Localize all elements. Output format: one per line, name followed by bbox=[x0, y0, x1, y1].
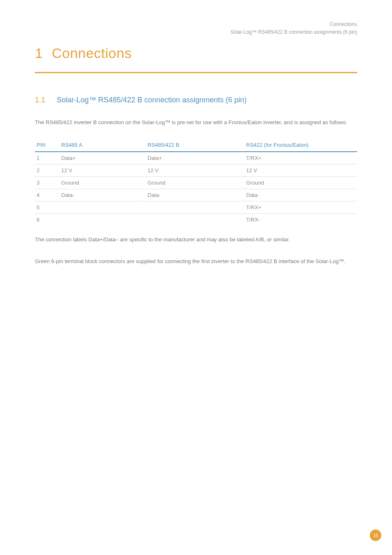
note-paragraph-2: Green 6-pin terminal block connectors ar… bbox=[35, 257, 357, 267]
table-row: 4 Data- Data- Data- bbox=[35, 189, 357, 201]
table-row: 3 Ground Ground Ground bbox=[35, 177, 357, 189]
chapter-number: 1 bbox=[35, 45, 43, 61]
cell-a: 12 V bbox=[60, 164, 146, 177]
running-head: Connections Solar-Log™ RS485/422 B conne… bbox=[35, 21, 357, 36]
header-rs485a: RS485 A bbox=[60, 139, 146, 152]
chapter-title: Connections bbox=[52, 45, 132, 61]
cell-pin: 1 bbox=[35, 152, 60, 164]
cell-b: Ground bbox=[146, 177, 244, 189]
cell-b: Data- bbox=[146, 189, 244, 201]
cell-pin: 6 bbox=[35, 214, 60, 226]
pin-assignment-table: PIN RS485 A RS485/422 B RS422 (for Froni… bbox=[35, 139, 357, 226]
cell-c: Data- bbox=[244, 189, 357, 201]
note-paragraph-1: The connection labels Data+/Data– are sp… bbox=[35, 235, 357, 245]
intro-paragraph: The RS485/422 inverter B connection on t… bbox=[35, 118, 357, 128]
header-pin: PIN bbox=[35, 139, 60, 152]
table-row: 2 12 V 12 V 12 V bbox=[35, 164, 357, 177]
cell-pin: 4 bbox=[35, 189, 60, 201]
table-row: 6 T/RX- bbox=[35, 214, 357, 226]
cell-a: Ground bbox=[60, 177, 146, 189]
table-row: 1 Data+ Data+ T/RX+ bbox=[35, 152, 357, 164]
section-number: 1.1 bbox=[35, 96, 45, 104]
header-rs422: RS422 (for Fronius/Eaton) bbox=[244, 139, 357, 152]
cell-pin: 5 bbox=[35, 201, 60, 214]
table-body: 1 Data+ Data+ T/RX+ 2 12 V 12 V 12 V 3 G… bbox=[35, 152, 357, 226]
cell-c: T/RX+ bbox=[244, 201, 357, 214]
cell-b bbox=[146, 214, 244, 226]
page-number: 15 bbox=[373, 533, 378, 538]
table-header-row: PIN RS485 A RS485/422 B RS422 (for Froni… bbox=[35, 139, 357, 152]
cell-a: Data+ bbox=[60, 152, 146, 164]
cell-pin: 3 bbox=[35, 177, 60, 189]
cell-c: 12 V bbox=[244, 164, 357, 177]
cell-b: 12 V bbox=[146, 164, 244, 177]
header-rs485b: RS485/422 B bbox=[146, 139, 244, 152]
section-title: Solar-Log™ RS485/422 B connection assign… bbox=[57, 96, 247, 104]
cell-c: T/RX- bbox=[244, 214, 357, 226]
cell-b bbox=[146, 201, 244, 214]
cell-c: T/RX+ bbox=[244, 152, 357, 164]
cell-a bbox=[60, 214, 146, 226]
page-number-badge: 15 bbox=[370, 530, 381, 541]
cell-c: Ground bbox=[244, 177, 357, 189]
cell-pin: 2 bbox=[35, 164, 60, 177]
section-heading: 1.1 Solar-Log™ RS485/422 B connection as… bbox=[35, 96, 357, 104]
cell-b: Data+ bbox=[146, 152, 244, 164]
chapter-heading: 1 Connections bbox=[35, 45, 357, 61]
running-head-line1: Connections bbox=[35, 21, 357, 28]
chapter-divider bbox=[35, 72, 357, 73]
cell-a: Data- bbox=[60, 189, 146, 201]
cell-a bbox=[60, 201, 146, 214]
table-row: 5 T/RX+ bbox=[35, 201, 357, 214]
running-head-line2: Solar-Log™ RS485/422 B connection assign… bbox=[35, 28, 357, 36]
